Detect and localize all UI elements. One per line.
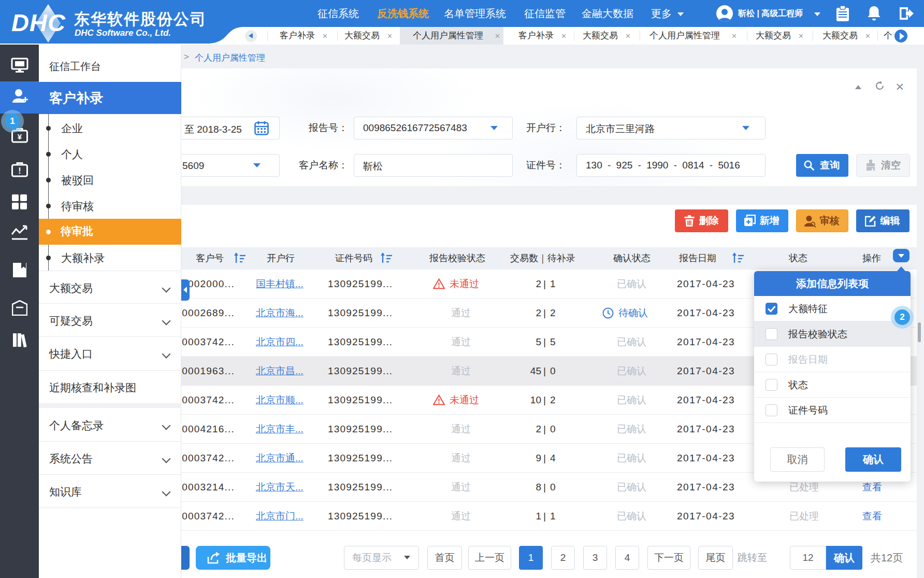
svg-text:!: ! <box>18 166 21 175</box>
svg-text:¥: ¥ <box>18 132 22 141</box>
